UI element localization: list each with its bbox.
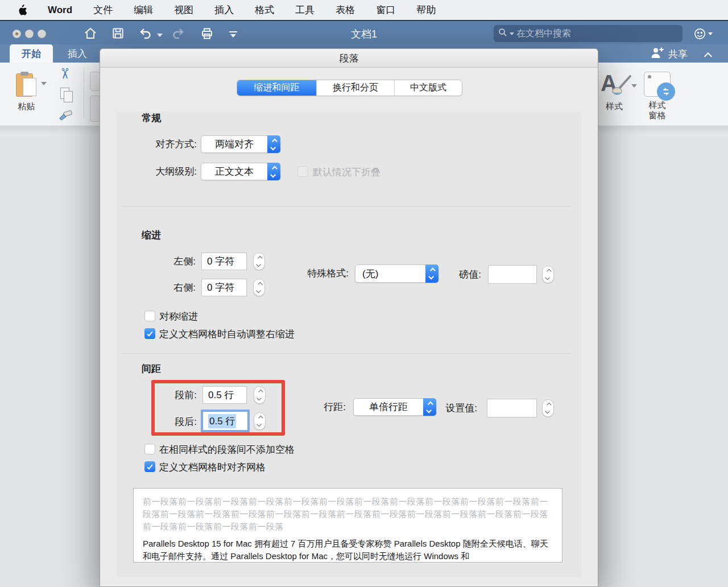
indent-left-field[interactable]: 0 字符 xyxy=(201,253,247,270)
window-title-bar: 文档1 xyxy=(0,20,728,44)
dropdown-stepper-icon xyxy=(425,264,439,283)
share-button[interactable]: 共享 xyxy=(650,47,688,62)
collapsed-by-default-checkbox xyxy=(297,166,308,177)
styles-button[interactable]: A xyxy=(601,71,617,96)
styles-label: 样式 xyxy=(602,101,627,111)
indent-left-label: 左侧: xyxy=(137,253,196,270)
space-after-label: 段后: xyxy=(140,412,197,431)
style-pane-icon xyxy=(644,72,671,97)
style-pane-label-line1: 样式 xyxy=(644,100,671,110)
mirror-indents-checkbox[interactable] xyxy=(144,311,155,321)
outline-level-label: 大纲级别: xyxy=(134,163,197,180)
menu-item-insert[interactable]: 插入 xyxy=(214,3,234,16)
outline-level-dropdown[interactable]: 正文文本 xyxy=(201,163,280,180)
no-space-same-style-checkbox[interactable] xyxy=(144,444,155,454)
no-space-same-style-label: 在相同样式的段落间不添加空格 xyxy=(159,443,295,456)
preview-previous-paragraph-text: 前一段落前一段落前一段落前一段落前一段落前一段落前一段落前一段落前一段落前一段落… xyxy=(143,495,553,533)
menu-item-window[interactable]: 窗口 xyxy=(376,3,395,16)
dialog-title-bar[interactable]: 段落 xyxy=(100,49,598,68)
dialog-title: 段落 xyxy=(340,52,359,65)
indent-by-field[interactable] xyxy=(488,265,537,284)
spacing-at-label: 设置值: xyxy=(436,399,477,417)
menu-item-word[interactable]: Word xyxy=(48,5,72,16)
copy-icon[interactable] xyxy=(60,88,74,104)
tab-insert[interactable]: 插入 xyxy=(57,44,98,63)
share-label: 共享 xyxy=(668,48,688,61)
style-pane-label-line2: 窗格 xyxy=(644,110,671,121)
paste-clipboard-icon xyxy=(16,72,38,98)
apple-menu-icon[interactable] xyxy=(17,5,27,16)
indent-right-label: 右侧: xyxy=(137,279,196,296)
line-spacing-dropdown[interactable]: 单倍行距 xyxy=(353,398,436,416)
menu-item-tools[interactable]: 工具 xyxy=(295,3,315,16)
space-after-field[interactable]: 0.5 行 xyxy=(202,411,248,431)
preview-box: 前一段落前一段落前一段落前一段落前一段落前一段落前一段落前一段落前一段落前一段落… xyxy=(133,488,562,563)
snap-to-grid-checkbox[interactable] xyxy=(144,461,155,472)
collapsed-by-default-label: 默认情况下折叠 xyxy=(313,166,380,179)
dropdown-stepper-icon xyxy=(267,135,280,153)
space-before-field[interactable]: 0.5 行 xyxy=(202,386,247,404)
menu-item-help[interactable]: 帮助 xyxy=(416,3,436,16)
alignment-label: 对齐方式: xyxy=(134,135,197,153)
tab-indents-spacing[interactable]: 缩进和间距 xyxy=(237,80,317,96)
indent-by-label: 磅值: xyxy=(441,265,481,284)
space-before-stepper[interactable] xyxy=(254,386,266,404)
preview-sample-text: Parallels Desktop 15 for Mac 拥有超过 7 百万用户… xyxy=(143,538,553,563)
section-divider xyxy=(122,353,571,354)
space-before-label: 段前: xyxy=(140,386,197,404)
indent-right-stepper[interactable] xyxy=(253,279,265,296)
section-spacing-title: 间距 xyxy=(142,362,161,375)
spacing-at-field[interactable] xyxy=(487,399,537,417)
cut-icon[interactable]: ✂ xyxy=(56,68,73,80)
dropdown-stepper-icon xyxy=(267,163,280,180)
paste-dropdown-arrow[interactable] xyxy=(41,82,47,85)
line-spacing-label: 行距: xyxy=(305,398,346,416)
feedback-smiley-icon[interactable] xyxy=(694,28,713,40)
style-pane-button[interactable]: 样式 窗格 xyxy=(644,72,671,121)
search-input[interactable] xyxy=(516,28,678,39)
indent-right-field[interactable]: 0 字符 xyxy=(201,279,247,296)
special-format-label: 特殊格式: xyxy=(288,264,349,283)
screen: Word 文件 编辑 视图 插入 格式 工具 表格 窗口 帮助 xyxy=(0,0,728,587)
tab-asian-typography[interactable]: 中文版式 xyxy=(395,80,462,96)
auto-adjust-right-indent-checkbox[interactable] xyxy=(144,328,155,339)
font-group-partial-button[interactable] xyxy=(90,96,100,122)
search-icon xyxy=(498,28,507,39)
section-general-title: 常规 xyxy=(142,111,161,125)
search-scope-chevron-icon[interactable] xyxy=(510,32,514,35)
styles-dropdown-arrow[interactable] xyxy=(631,84,637,88)
menu-bar: Word 文件 编辑 视图 插入 格式 工具 表格 窗口 帮助 xyxy=(0,0,728,20)
spacing-at-stepper[interactable] xyxy=(542,399,554,417)
auto-adjust-right-indent-label: 定义文档网格时自动调整右缩进 xyxy=(159,328,295,341)
menu-item-file[interactable]: 文件 xyxy=(93,3,113,16)
share-person-icon xyxy=(650,47,664,62)
tab-line-page-breaks[interactable]: 换行和分页 xyxy=(317,80,395,96)
special-format-dropdown[interactable]: (无) xyxy=(355,264,439,283)
snap-to-grid-label: 定义文档网格时对齐网格 xyxy=(159,461,266,474)
format-painter-icon[interactable] xyxy=(58,109,74,124)
indent-by-stepper[interactable] xyxy=(542,266,554,283)
dropdown-stepper-icon xyxy=(423,398,436,416)
alignment-dropdown[interactable]: 两端对齐 xyxy=(201,135,280,153)
section-indent-title: 缩进 xyxy=(142,229,161,242)
menu-item-view[interactable]: 视图 xyxy=(174,3,193,16)
menu-item-edit[interactable]: 编辑 xyxy=(134,3,153,16)
search-box[interactable] xyxy=(494,25,682,42)
styles-brush-icon xyxy=(611,74,634,97)
section-divider xyxy=(122,206,571,206)
mirror-indents-label: 对称缩进 xyxy=(159,310,198,323)
ribbon-group-divider xyxy=(84,67,84,118)
dialog-tab-bar: 缩进和间距 换行和分页 中文版式 xyxy=(237,80,462,96)
paste-label: 粘贴 xyxy=(18,101,35,112)
paste-button[interactable] xyxy=(16,72,38,98)
font-group-partial-button[interactable] xyxy=(90,72,100,91)
indent-left-stepper[interactable] xyxy=(253,253,265,270)
paragraph-dialog: 段落 缩进和间距 换行和分页 中文版式 常规 对齐方式: 两端对齐 大纲级别: … xyxy=(100,48,598,587)
collapse-ribbon-icon[interactable] xyxy=(704,52,712,60)
menu-item-table[interactable]: 表格 xyxy=(336,3,355,16)
menu-item-format[interactable]: 格式 xyxy=(255,3,274,16)
tab-home[interactable]: 开始 xyxy=(10,44,53,63)
space-after-stepper[interactable] xyxy=(254,412,266,430)
